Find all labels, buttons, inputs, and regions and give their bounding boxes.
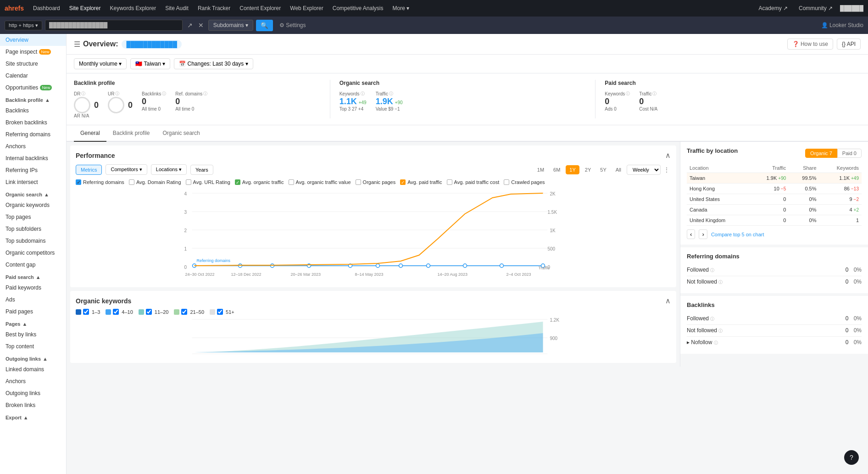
legend-avg-paid-traffic-cost[interactable]: Avg. paid traffic cost [447,179,500,185]
sidebar-item-overview[interactable]: Overview [0,34,66,46]
organic-traffic-info[interactable]: ⓘ [389,91,393,97]
sidebar-item-organic-keywords[interactable]: Organic keywords [0,199,66,211]
sidebar-item-opportunities[interactable]: Opportunities New [0,82,66,94]
kw-legend-51[interactable]: 51+ [210,309,234,315]
sidebar-item-backlinks[interactable]: Backlinks [0,105,66,117]
sidebar-item-ads[interactable]: Ads [0,294,66,306]
nav-more[interactable]: More ▾ [389,3,413,13]
legend-organic-pages[interactable]: Organic pages [356,179,396,185]
sidebar-item-link-intersect[interactable]: Link intersect [0,176,66,188]
settings-button[interactable]: ⚙ Settings [276,20,310,30]
time-5y[interactable]: 5Y [596,165,610,174]
legend-crawled-pages[interactable]: Crawled pages [504,179,545,185]
tab-organic-search[interactable]: Organic search [156,125,206,142]
sidebar-item-broken-backlinks[interactable]: Broken backlinks [0,117,66,128]
url-input[interactable] [45,20,183,31]
bl-notfollowed-info[interactable]: ⓘ [718,329,723,333]
kw-legend-1-3[interactable]: 1–3 [76,309,100,315]
sidebar-item-linked-domains[interactable]: Linked domains [0,363,66,375]
help-button[interactable]: ? [844,450,859,465]
legend-avg-url-rating[interactable]: Avg. URL Rating [186,179,230,185]
backlinks-info-icon[interactable]: ⓘ [162,91,166,97]
country-filter[interactable]: 🇹🇼 Taiwan ▾ [130,58,170,69]
time-6m[interactable]: 6M [550,165,564,174]
organic-toggle[interactable]: Organic 7 [805,149,837,158]
sidebar-item-top-content[interactable]: Top content [0,340,66,352]
sidebar-item-outgoing-links[interactable]: Outgoing links [0,387,66,399]
sidebar-section-export[interactable]: Export ▲ [0,411,66,422]
nav-academy[interactable]: Academy ↗ [755,3,791,13]
how-to-use-button[interactable]: ❓ How to use [787,39,833,50]
kw-check-1-3[interactable] [83,309,89,315]
kw-check-4-10[interactable] [113,309,119,315]
sidebar-item-page-inspect[interactable]: Page inspect New [0,46,66,58]
sidebar-section-organic[interactable]: Organic search ▲ [0,188,66,199]
nav-competitive-analysis[interactable]: Competitive Analysis [329,3,387,13]
protocol-selector[interactable]: http + https ▾ [5,21,42,30]
locations-button[interactable]: Locations ▾ [151,164,187,175]
kw-legend-4-10[interactable]: 4–10 [106,309,133,315]
next-page-button[interactable]: › [699,229,707,239]
legend-avg-paid-traffic[interactable]: ✓ Avg. paid traffic [400,179,442,185]
nav-rank-tracker[interactable]: Rank Tracker [194,3,234,13]
sidebar-item-anchors[interactable]: Anchors [0,140,66,152]
sidebar-item-broken-links[interactable]: Broken links [0,399,66,411]
open-external-icon[interactable]: ↗ [185,21,195,30]
time-1m[interactable]: 1M [534,165,548,174]
looker-studio-link[interactable]: 👤 Looker Studio [821,22,863,28]
collapse-chart-button[interactable]: ∧ [665,151,671,160]
sidebar-item-organic-competitors[interactable]: Organic competitors [0,247,66,259]
compare-chart-link[interactable]: Compare top 5 on chart [711,232,764,237]
kw-check-21-50[interactable] [181,309,187,315]
competitors-button[interactable]: Competitors ▾ [106,164,147,175]
time-1y[interactable]: 1Y [566,165,579,174]
nav-dashboard[interactable]: Dashboard [29,3,64,13]
sidebar-item-referring-domains[interactable]: Referring domains [0,128,66,140]
sidebar-item-paid-keywords[interactable]: Paid keywords [0,282,66,294]
legend-avg-organic-traffic-value[interactable]: Avg. organic traffic value [289,179,351,185]
sidebar-item-top-subdomains[interactable]: Top subdomains [0,235,66,247]
subdomains-selector[interactable]: Subdomains ▾ [208,20,253,31]
sidebar-item-top-subfolders[interactable]: Top subfolders [0,223,66,235]
followed-info-icon[interactable]: ⓘ [710,268,714,273]
bl-nofollow-info[interactable]: ⓘ [714,340,718,345]
paid-kw-info[interactable]: ⓘ [626,91,630,97]
nav-keywords-explorer[interactable]: Keywords Explorer [106,3,160,13]
ur-info-icon[interactable]: ⓘ [115,91,119,97]
nav-site-audit[interactable]: Site Audit [161,3,192,13]
sidebar-section-backlink[interactable]: Backlink profile ▲ [0,94,66,105]
tab-general[interactable]: General [74,125,106,142]
monthly-volume-filter[interactable]: Monthly volume ▾ [74,58,127,69]
hamburger-icon[interactable]: ☰ [74,40,80,49]
tab-backlink-profile[interactable]: Backlink profile [106,125,156,142]
years-button[interactable]: Years [190,165,213,175]
search-button[interactable]: 🔍 [256,20,273,31]
sidebar-item-content-gap[interactable]: Content gap [0,259,66,271]
nav-web-explorer[interactable]: Web Explorer [286,3,327,13]
nav-content-explorer[interactable]: Content Explorer [236,3,284,13]
paid-toggle[interactable]: Paid 0 [837,149,862,158]
sidebar-item-site-structure[interactable]: Site structure [0,58,66,70]
nav-site-explorer[interactable]: Site Explorer [66,3,105,13]
clear-url-icon[interactable]: ✕ [196,21,206,30]
collapse-org-kw-button[interactable]: ∧ [665,296,671,305]
more-options-button[interactable]: ⋮ [662,165,671,174]
organic-kw-info[interactable]: ⓘ [361,91,365,97]
notfollowed-info-icon[interactable]: ⓘ [718,280,723,284]
kw-legend-11-20[interactable]: 11–20 [139,309,169,315]
sidebar-item-referring-ips[interactable]: Referring IPs [0,164,66,176]
nav-user[interactable]: ██████ [840,5,863,11]
sidebar-item-calendar[interactable]: Calendar [0,70,66,82]
sidebar-item-best-by-links[interactable]: Best by links [0,329,66,340]
sidebar-item-internal-backlinks[interactable]: Internal backlinks [0,152,66,164]
sidebar-item-outgoing-anchors[interactable]: Anchors [0,375,66,387]
prev-page-button[interactable]: ‹ [687,229,695,239]
sidebar-section-pages[interactable]: Pages ▲ [0,318,66,329]
sidebar-item-top-pages[interactable]: Top pages [0,211,66,223]
time-2y[interactable]: 2Y [581,165,595,174]
bl-followed-info[interactable]: ⓘ [710,317,714,321]
kw-check-51[interactable] [217,309,223,315]
sidebar-section-outgoing[interactable]: Outgoing links ▲ [0,352,66,363]
changes-filter[interactable]: 📅 Changes: Last 30 days ▾ [174,58,253,69]
period-select[interactable]: Weekly [627,165,661,175]
